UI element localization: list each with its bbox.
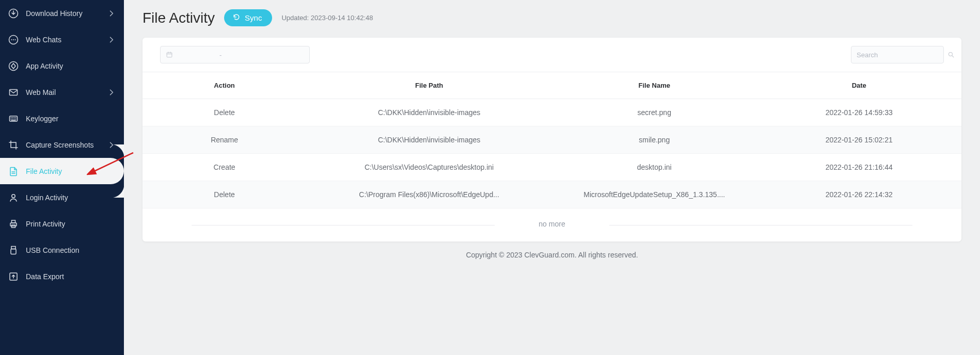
sidebar-item-label: Data Export	[26, 272, 116, 281]
sidebar-item-label: Web Chats	[26, 36, 100, 44]
file-activity-table: Action File Path File Name Date Delete C…	[143, 72, 961, 208]
col-date: Date	[756, 72, 961, 99]
file-icon	[8, 166, 19, 176]
app-icon	[8, 61, 19, 71]
cell-filename: secret.png	[552, 99, 757, 126]
cell-action: Rename	[143, 126, 306, 154]
keyboard-icon	[8, 114, 19, 124]
sidebar-item-web-mail[interactable]: Web Mail	[0, 79, 124, 105]
main-content: File Activity Sync Updated: 2023-09-14 1…	[124, 0, 980, 355]
cell-filename: smile.png	[552, 126, 757, 154]
search-input[interactable]	[857, 51, 943, 59]
chevron-right-icon	[107, 88, 116, 96]
sync-button-label: Sync	[245, 13, 262, 22]
table-row[interactable]: Rename C:\DKK\Hidden\invisible-images sm…	[143, 126, 961, 154]
sidebar-item-label: App Activity	[26, 62, 116, 70]
sidebar-item-login-activity[interactable]: Login Activity	[0, 184, 124, 211]
sync-button[interactable]: Sync	[224, 9, 272, 26]
cell-action: Create	[143, 154, 306, 181]
calendar-icon	[166, 51, 173, 58]
cell-filepath: C:\DKK\Hidden\invisible-images	[306, 99, 552, 126]
col-filepath: File Path	[306, 72, 552, 99]
cell-date: 2022-01-26 15:02:21	[756, 126, 961, 154]
search-icon	[947, 51, 955, 58]
mail-icon	[8, 87, 19, 98]
updated-label: Updated: 2023-09-14 10:42:48	[281, 14, 373, 22]
sidebar-item-print-activity[interactable]: Print Activity	[0, 211, 124, 237]
date-range-value: -	[219, 51, 222, 59]
sidebar-item-app-activity[interactable]: App Activity	[0, 53, 124, 79]
footer-copyright: Copyright © 2023 ClevGuard.com. All righ…	[143, 241, 961, 259]
sidebar-item-label: Download History	[26, 9, 100, 18]
chevron-right-icon	[107, 141, 116, 149]
printer-icon	[8, 219, 19, 229]
export-icon	[8, 271, 19, 282]
refresh-icon	[232, 13, 241, 23]
sidebar-item-label: Keylogger	[26, 115, 116, 123]
table-row[interactable]: Delete C:\DKK\Hidden\invisible-images se…	[143, 99, 961, 126]
chevron-right-icon	[107, 36, 116, 44]
sidebar-item-usb-connection[interactable]: USB Connection	[0, 237, 124, 263]
cell-filepath: C:\Users\sx\Videos\Captures\desktop.ini	[306, 154, 552, 181]
date-range-input[interactable]: -	[160, 46, 310, 63]
sidebar-item-label: Web Mail	[26, 88, 100, 96]
sidebar-item-file-activity[interactable]: File Activity	[0, 158, 124, 184]
no-more-label: no more	[143, 208, 961, 241]
sidebar-item-capture-screenshots[interactable]: Capture Screenshots	[0, 132, 124, 158]
col-action: Action	[143, 72, 306, 99]
sidebar-item-label: Login Activity	[26, 193, 116, 202]
crop-icon	[8, 140, 19, 150]
sidebar: Download History Web Chats App Activity …	[0, 0, 124, 355]
page-header: File Activity Sync Updated: 2023-09-14 1…	[143, 9, 961, 26]
sidebar-item-label: Print Activity	[26, 220, 116, 228]
sidebar-item-keylogger[interactable]: Keylogger	[0, 105, 124, 132]
download-icon	[8, 8, 19, 19]
table-header-row: Action File Path File Name Date	[143, 72, 961, 99]
sidebar-item-web-chats[interactable]: Web Chats	[0, 26, 124, 53]
card-toolbar: -	[143, 38, 961, 72]
sidebar-item-label: USB Connection	[26, 246, 116, 254]
table-row[interactable]: Delete C:\Program Files(x86)\Microsoft\E…	[143, 181, 961, 208]
sidebar-item-data-export[interactable]: Data Export	[0, 263, 124, 289]
sidebar-item-label: File Activity	[26, 167, 116, 175]
cell-filename: MicrosoftEdgeUpdateSetup_X86_1.3.135....	[552, 181, 757, 208]
sidebar-item-label: Capture Screenshots	[26, 141, 100, 149]
cell-filename: desktop.ini	[552, 154, 757, 181]
cell-date: 2022-01-26 21:16:44	[756, 154, 961, 181]
search-box[interactable]	[851, 46, 944, 63]
cell-action: Delete	[143, 181, 306, 208]
cell-date: 2022-01-26 14:59:33	[756, 99, 961, 126]
col-filename: File Name	[552, 72, 757, 99]
cell-action: Delete	[143, 99, 306, 126]
user-icon	[8, 192, 19, 203]
sidebar-item-download-history[interactable]: Download History	[0, 0, 124, 26]
cell-filepath: C:\Program Files(x86)\Microsoft\EdgeUpd.…	[306, 181, 552, 208]
cell-filepath: C:\DKK\Hidden\invisible-images	[306, 126, 552, 154]
table-row[interactable]: Create C:\Users\sx\Videos\Captures\deskt…	[143, 154, 961, 181]
cell-date: 2022-01-26 22:14:32	[756, 181, 961, 208]
activity-card: - Action File Path File Name Date	[143, 38, 961, 241]
chevron-right-icon	[107, 9, 116, 18]
page-title: File Activity	[143, 10, 215, 26]
usb-icon	[8, 245, 19, 255]
chat-icon	[8, 35, 19, 45]
